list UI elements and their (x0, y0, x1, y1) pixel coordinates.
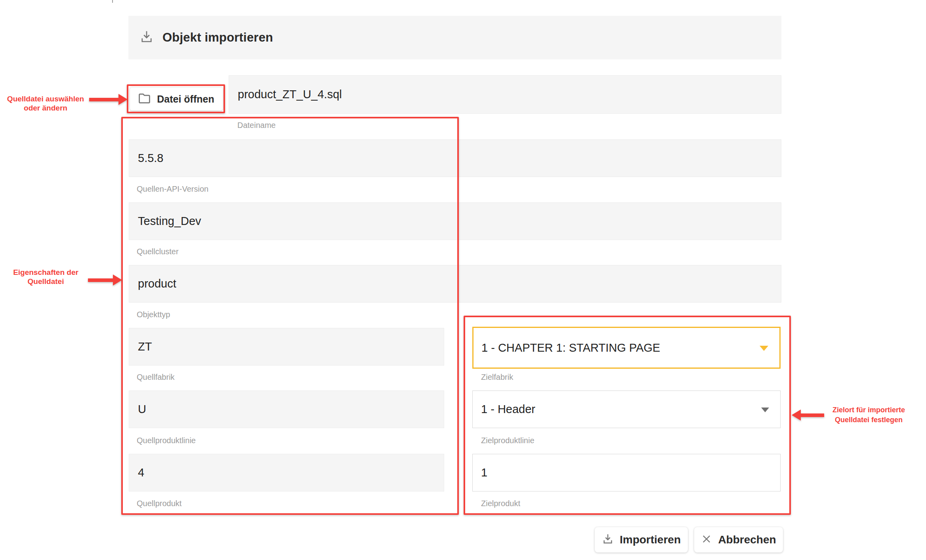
zielproduktlinie-select[interactable]: 1 - Header (472, 390, 781, 428)
annotation-line: Quelldatei festlegen (830, 415, 907, 425)
filename-field-label: Dateiname (237, 120, 276, 130)
arrow-to-target-location (792, 410, 824, 421)
annotation-line: Eigenschaften der (7, 268, 84, 277)
annotation-line: Zielort für importierte (830, 405, 907, 415)
field-quellproduktlinie: U (129, 390, 444, 428)
annotation-line: Quelldatei auswählen (5, 94, 86, 103)
close-icon (701, 533, 712, 546)
open-file-button-label: Datei öffnen (157, 93, 214, 105)
zielproduktlinie-selected-value: 1 - Header (481, 403, 535, 416)
annotation-line: Quelldatei (7, 277, 84, 286)
annotation-open-file-text: Quelldatei auswählen oder ändern (5, 94, 86, 112)
annotation-line: oder ändern (5, 103, 86, 112)
zielfabrik-select[interactable]: 1 - CHAPTER 1: STARTING PAGE (472, 327, 781, 369)
arrow-to-open-file-button (89, 94, 128, 105)
field-label: Quellcluster (137, 246, 179, 257)
filename-value: product_ZT_U_4.sql (238, 88, 342, 101)
field-value: ZT (138, 340, 152, 353)
dialog-header: Objekt importieren (128, 16, 781, 59)
field-objekttyp: product (129, 265, 781, 303)
field-label: Zielproduktlinie (481, 435, 535, 446)
import-button-label: Importieren (620, 533, 681, 546)
field-value: Testing_Dev (138, 215, 201, 228)
download-icon (139, 30, 154, 46)
field-label: Zielfabrik (481, 372, 513, 382)
filename-field: product_ZT_U_4.sql (229, 75, 781, 114)
open-file-button[interactable]: Datei öffnen (130, 88, 223, 110)
folder-icon (138, 93, 151, 105)
field-quellprodukt: 4 (129, 454, 444, 491)
field-value: 4 (138, 466, 144, 479)
cancel-button-label: Abbrechen (718, 533, 776, 546)
zielprodukt-input[interactable]: 1 (472, 454, 781, 491)
field-label: Zielprodukt (481, 498, 520, 509)
field-quellcluster: Testing_Dev (129, 202, 781, 240)
cancel-button[interactable]: Abbrechen (694, 527, 783, 552)
field-label: Quellen-API-Version (137, 184, 208, 194)
chevron-down-icon (761, 408, 769, 412)
annotation-source-props-text: Eigenschaften der Quelldatei (7, 268, 84, 286)
field-value: 5.5.8 (138, 152, 164, 165)
annotation-target-location-text: Zielort für importierte Quelldatei festl… (830, 405, 907, 425)
chevron-down-icon (760, 346, 768, 351)
field-label: Quellfabrik (137, 372, 175, 382)
zielprodukt-value: 1 (481, 466, 487, 479)
field-value: product (138, 277, 176, 290)
field-label: Quellprodukt (137, 498, 181, 509)
field-quellfabrik: ZT (129, 328, 444, 366)
field-value: U (138, 403, 146, 416)
download-icon (602, 533, 614, 547)
import-object-dialog: Objekt importieren Datei öffnen product_… (0, 0, 926, 560)
import-button[interactable]: Importieren (595, 527, 688, 552)
arrow-to-source-properties (88, 274, 122, 286)
page-title: Objekt importieren (162, 30, 273, 45)
field-label: Objekttyp (137, 309, 170, 320)
field-label: Quellproduktlinie (137, 435, 196, 446)
zielfabrik-selected-value: 1 - CHAPTER 1: STARTING PAGE (481, 341, 660, 354)
field-quellen-api-version: 5.5.8 (129, 139, 781, 177)
window-artifact (112, 0, 113, 3)
